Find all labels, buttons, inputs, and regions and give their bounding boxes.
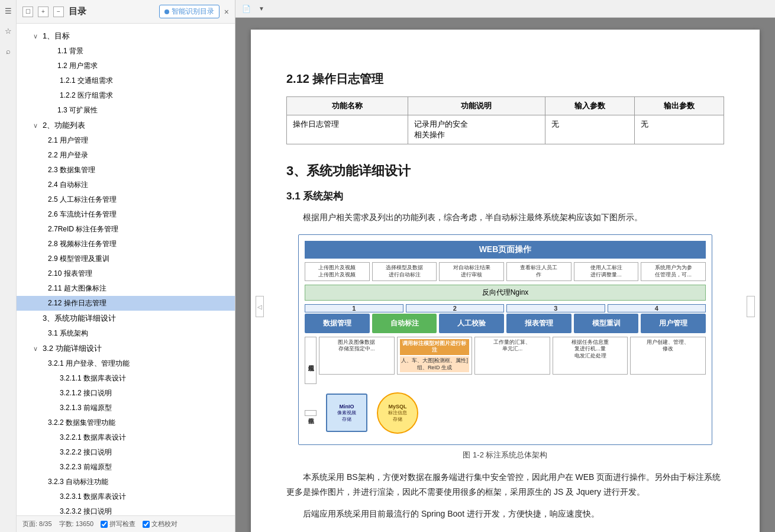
toc-item-label-1: 1、目标 <box>43 31 70 41</box>
toc-item-label-1-1: 1.1 背景 <box>57 46 83 56</box>
toc-item-3-2-3[interactable]: 3.2.3 自动标注功能 <box>17 475 235 489</box>
page-margin-right[interactable] <box>747 296 755 317</box>
toc-label-2-10: 2.10 报表管理 <box>48 269 92 279</box>
arch-num-row: 1 2 3 4 <box>305 304 706 312</box>
toc-item-1-2[interactable]: 1.2 用户需求 <box>17 59 235 73</box>
toc-item-2-7[interactable]: 2.7ReID 标注任务管理 <box>17 222 235 237</box>
table-cell-input: 无 <box>545 115 634 144</box>
toc-panel: ☐ + − 目录 智能识别目录 × ∨ 1、目标 <box>17 0 235 532</box>
arch-num-1: 1 <box>305 304 403 312</box>
toc-item-1-2-1[interactable]: 1.2.1 交通组需求 <box>17 73 235 88</box>
toc-item-2-4[interactable]: 2.4 自动标注 <box>17 178 235 192</box>
footer-chars: 字数: 13650 <box>59 520 94 528</box>
toc-item-label-1-2: 1.2 用户需求 <box>57 61 98 71</box>
toc-item-3-2-1-3[interactable]: 3.2.1.3 前端原型 <box>17 401 235 415</box>
toc-label-3-2-1-2: 3.2.1.2 接口说明 <box>60 388 112 398</box>
arch-modules-row: 数据管理 自动标注 人工校验 报表管理 模型重训 用户管理 <box>305 314 706 333</box>
toc-item-2-9[interactable]: 2.9 模型管理及重训 <box>17 252 235 266</box>
toc-item-2-8[interactable]: 2.8 视频标注任务管理 <box>17 237 235 252</box>
toc-item-2-2[interactable]: 2.2 用户登录 <box>17 148 235 163</box>
toc-label-3-2-3-2: 3.2.3.2 接口说明 <box>60 507 112 515</box>
arch-user-row: 上传图片及视频上传图片及视频 选择模型及数据进行自动标注 对自动标注结果进行审核… <box>305 262 706 280</box>
toc-item-3-2-3-2[interactable]: 3.2.3.2 接口说明 <box>17 504 235 515</box>
toc-item-3-2-3-1[interactable]: 3.2.3.1 数据库表设计 <box>17 489 235 504</box>
footer-page: 页面: 8/35 <box>22 520 52 528</box>
smart-identify-btn[interactable]: 智能识别目录 <box>159 5 219 18</box>
section-3-1-title: 3.1 系统架构 <box>286 189 724 203</box>
toc-item-2-11[interactable]: 2.11 超大图像标注 <box>17 281 235 296</box>
expand-icon-1: ∨ <box>33 33 40 40</box>
toc-item-2-3[interactable]: 2.3 数据集管理 <box>17 163 235 178</box>
toc-item-1-3[interactable]: 1.3 可扩展性 <box>17 103 235 118</box>
toc-item-label-2: 2、功能列表 <box>43 120 85 131</box>
page-margin-left[interactable]: ◁ <box>256 296 264 317</box>
arch-user-cell-4: 查看标注人员工作 <box>506 262 571 280</box>
arch-module-report: 报表管理 <box>506 314 571 333</box>
arch-user-cell-3: 对自动标注结果进行审核 <box>439 262 504 280</box>
toc-item-3-2-1-1[interactable]: 3.2.1.1 数据库表设计 <box>17 371 235 386</box>
spell-check-checkbox[interactable] <box>101 521 108 528</box>
toc-item-3[interactable]: 3、系统功能详细设计 <box>17 311 235 326</box>
arch-minio-db: MinIO像素视频存储 <box>326 394 367 432</box>
arch-detail-4: 根据任务信息重复进行机...量电发汇处处理 <box>553 337 628 375</box>
arch-num-2: 2 <box>406 304 505 312</box>
table-cell-func-desc: 记录用户的安全相关操作 <box>408 115 545 144</box>
figure-caption: 图 1-2 标注系统总体架构 <box>286 450 724 460</box>
toc-item-2[interactable]: ∨ 2、功能列表 <box>17 118 235 133</box>
toc-item-2-12[interactable]: 2.12 操作日志管理 <box>17 296 235 311</box>
section-2-12-title: 2.12 操作日志管理 <box>286 71 724 87</box>
add-item-btn[interactable]: + <box>38 7 49 17</box>
doc-scroll-area[interactable]: 2.12 操作日志管理 功能名称 功能说明 输入参数 输出参数 操作日志管理 <box>235 18 775 532</box>
toc-label-2-12: 2.12 操作日志管理 <box>48 298 106 308</box>
arch-detail-highlight-sub: 人、车、大图[检测框、属性]组、ReID 生成 <box>400 356 470 372</box>
smart-btn-dot <box>164 9 169 14</box>
arch-backend-label: 后端应用系统 <box>305 337 317 384</box>
toc-item-3-2-1[interactable]: 3.2.1 用户登录、管理功能 <box>17 356 235 371</box>
toc-label-2-1: 2.1 用户管理 <box>48 136 88 146</box>
footer-spell[interactable]: 拼写检查 <box>101 520 135 528</box>
search-icon[interactable]: ⌕ <box>2 45 14 57</box>
toc-item-2-6[interactable]: 2.6 车流统计任务管理 <box>17 207 235 222</box>
expand-all-btn[interactable]: ☐ <box>22 7 33 17</box>
toc-item-3-2-1-2[interactable]: 3.2.1.2 接口说明 <box>17 386 235 401</box>
toc-item-2-5[interactable]: 2.5 人工标注任务管理 <box>17 192 235 207</box>
arch-detail-2: 调用标注模型对图片进行标注 人、车、大图[检测框、属性]组、ReID 生成 <box>397 337 473 375</box>
toc-item-3-2[interactable]: ∨ 3.2 功能详细设计 <box>17 341 235 356</box>
toc-item-label-1-2-2: 1.2.2 医疗组需求 <box>60 91 113 101</box>
toc-label-3-2-1-1: 3.2.1.1 数据库表设计 <box>60 373 126 383</box>
footer-doc-compare[interactable]: 文档校对 <box>143 520 177 528</box>
toc-close-btn[interactable]: × <box>224 7 229 17</box>
doc-file-icon[interactable]: 📄 <box>240 3 252 15</box>
bookmark-icon[interactable]: ☆ <box>2 25 14 37</box>
toc-label-2-9: 2.9 模型管理及重训 <box>48 254 109 264</box>
toc-item-2-1[interactable]: 2.1 用户管理 <box>17 133 235 148</box>
toc-label-3-2-2-1: 3.2.2.1 数据库表设计 <box>60 433 126 443</box>
main-area: 📄 ▼ 2.12 操作日志管理 功能名称 功能说明 输入参数 输出参数 <box>235 0 775 532</box>
toc-item-1-2-2[interactable]: 1.2.2 医疗组需求 <box>17 88 235 103</box>
toc-item-1[interactable]: ∨ 1、目标 <box>17 28 235 44</box>
toc-item-3-2-2-2[interactable]: 3.2.2.2 接口说明 <box>17 445 235 460</box>
smart-btn-label: 智能识别目录 <box>172 7 214 17</box>
toc-item-3-2-2-3[interactable]: 3.2.2.3 前端原型 <box>17 460 235 475</box>
paragraph-1: 根据用户相关需求及列出的功能列表，综合考虑，半自动标注最终系统架构应该如下图所示… <box>286 210 724 225</box>
toc-label-3-2-3-1: 3.2.3.1 数据库表设计 <box>60 492 126 502</box>
expand-icon-2: ∨ <box>33 122 40 130</box>
doc-page: 2.12 操作日志管理 功能名称 功能说明 输入参数 输出参数 操作日志管理 <box>251 30 760 532</box>
toc-item-3-1[interactable]: 3.1 系统架构 <box>17 326 235 341</box>
toc-item-label-1-3: 1.3 可扩展性 <box>57 105 98 115</box>
toc-label-2-8: 2.8 视频标注任务管理 <box>48 239 117 249</box>
toc-item-3-2-2-1[interactable]: 3.2.2.1 数据库表设计 <box>17 430 235 445</box>
remove-item-btn[interactable]: − <box>53 7 64 17</box>
arch-user-cell-1: 上传图片及视频上传图片及视频 <box>305 262 370 280</box>
arch-detail-3: 工作量的汇算、单元汇... <box>474 337 550 375</box>
doc-compare-checkbox[interactable] <box>143 521 150 528</box>
toolbar-dropdown-btn[interactable]: ▼ <box>256 3 267 15</box>
toc-label-3: 3、系统功能详细设计 <box>43 313 116 324</box>
toc-item-2-10[interactable]: 2.10 报表管理 <box>17 266 235 281</box>
toc-header-left: ☐ + − 目录 <box>22 6 86 17</box>
toc-item-1-1[interactable]: 1.1 背景 <box>17 44 235 59</box>
toc-label-2-11: 2.11 超大图像标注 <box>48 283 106 294</box>
toc-item-3-2-2[interactable]: 3.2.2 数据集管理功能 <box>17 415 235 430</box>
toc-panel-icon[interactable]: ☰ <box>2 5 14 17</box>
arch-num-3: 3 <box>506 304 605 312</box>
